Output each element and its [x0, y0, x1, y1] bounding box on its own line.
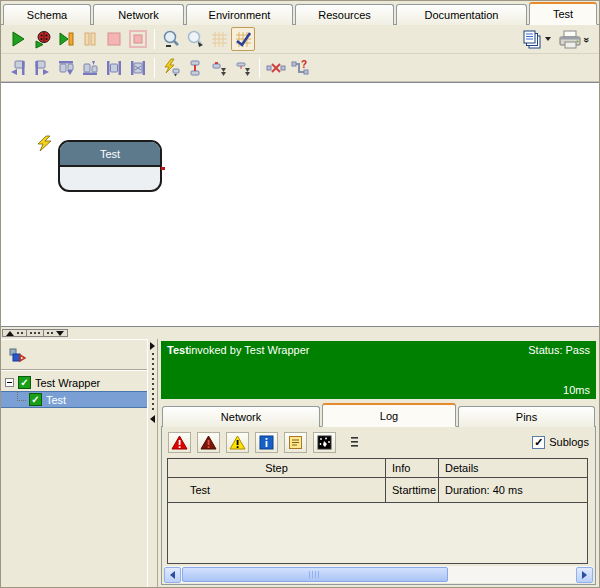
test-node-label: Test [100, 148, 120, 160]
debug-icon [33, 30, 52, 49]
warning-filter-button[interactable] [226, 432, 249, 453]
tree-connector [17, 392, 26, 401]
tab-schema[interactable]: Schema [3, 4, 91, 25]
horizontal-scrollbar[interactable] [164, 566, 593, 583]
collapse-expander-icon[interactable] [5, 378, 14, 387]
copies-button[interactable] [519, 27, 553, 51]
tab-documentation-label: Documentation [425, 9, 499, 21]
center-vertical-button[interactable] [126, 56, 150, 80]
tab-network-label: Network [118, 9, 158, 21]
log-panel: Sublogs Step Info Details Test [161, 427, 596, 585]
disconnect-button[interactable] [264, 56, 288, 80]
status-invoked-text: invoked by Test Wrapper [189, 344, 310, 356]
scrollbar-thumb[interactable] [182, 567, 448, 582]
align-top-button[interactable] [54, 56, 78, 80]
align-right-button[interactable] [30, 56, 54, 80]
sublogs-checkbox[interactable] [532, 436, 545, 449]
toolbar-separator [154, 29, 155, 49]
grid-icon [211, 31, 228, 48]
log-filter-toolbar: Sublogs [162, 427, 595, 457]
align-bottom-button[interactable] [78, 56, 102, 80]
grip-dots [30, 332, 40, 334]
test-node-header: Test [60, 142, 160, 167]
status-banner-row: Test invoked by Test Wrapper Status: Pas… [167, 344, 590, 356]
tree-item-test[interactable]: Test [1, 391, 147, 408]
grip-divider [26, 330, 27, 336]
horizontal-splitter-handle[interactable] [2, 329, 68, 337]
run-button[interactable] [6, 27, 30, 51]
test-node[interactable]: Test [58, 140, 162, 192]
zoom-out-button[interactable] [159, 27, 183, 51]
schema-canvas[interactable]: Test [1, 82, 599, 327]
snap-grid-button[interactable] [231, 27, 255, 51]
tab-network[interactable]: Network [93, 4, 184, 25]
log-table-row[interactable]: Test Starttime Duration: 40 ms [168, 478, 588, 503]
info-filter-button[interactable] [255, 432, 278, 453]
pause-icon [81, 30, 99, 48]
step-button[interactable] [54, 27, 78, 51]
align-left-button[interactable] [6, 56, 30, 80]
scroll-right-button[interactable] [576, 567, 593, 583]
warning-icon [229, 435, 246, 450]
center-horizontal-button[interactable] [102, 56, 126, 80]
auto-layout-icon [162, 58, 181, 77]
log-empty-area [167, 503, 588, 564]
debug-console-filter-button[interactable] [313, 432, 336, 453]
pause-button[interactable] [78, 27, 102, 51]
error-filter-button[interactable] [197, 432, 220, 453]
log-note-filter-button[interactable] [284, 432, 307, 453]
grid-button[interactable] [207, 27, 231, 51]
tab-test-label: Test [553, 8, 573, 20]
top-tab-bar: Schema Network Environment Resources Doc… [1, 1, 599, 25]
info-icon [259, 435, 274, 450]
stop-frame-button[interactable] [126, 27, 150, 51]
tab-schema-label: Schema [27, 9, 67, 21]
log-note-icon [288, 435, 303, 450]
main-toolbar: » [1, 25, 599, 54]
print-icon [558, 29, 582, 50]
reroute-icon: ? [291, 59, 310, 77]
tab-documentation[interactable]: Documentation [396, 4, 527, 25]
debug-button[interactable] [30, 27, 54, 51]
app-window: Schema Network Environment Resources Doc… [0, 0, 600, 588]
all-levels-icon [348, 435, 360, 449]
print-dropdown-chevron: » [581, 37, 592, 42]
pass-checkbox-icon[interactable] [18, 376, 31, 389]
connect-up-button[interactable] [207, 56, 231, 80]
fatal-filter-button[interactable] [168, 432, 191, 453]
error-icon [200, 435, 217, 450]
distribute-button[interactable] [183, 56, 207, 80]
collapse-left-icon [150, 415, 155, 423]
add-instance-icon [8, 347, 26, 363]
distribute-icon [187, 59, 203, 77]
all-levels-button[interactable] [342, 432, 365, 453]
add-instance-button[interactable] [5, 343, 29, 367]
sublogs-toggle[interactable]: Sublogs [532, 436, 589, 449]
reroute-button[interactable]: ? [288, 56, 312, 80]
tab-network-log[interactable]: Network [162, 406, 320, 427]
auto-layout-button[interactable] [159, 56, 183, 80]
vertical-splitter-handle[interactable] [147, 339, 158, 587]
scroll-left-button[interactable] [164, 567, 181, 583]
tab-log[interactable]: Log [322, 403, 456, 427]
connect-down-button[interactable] [231, 56, 255, 80]
tab-resources[interactable]: Resources [295, 4, 394, 25]
align-left-icon [9, 59, 27, 77]
tab-test[interactable]: Test [529, 2, 597, 25]
column-header-details[interactable]: Details [439, 459, 588, 478]
tree-item-label: Test [46, 394, 66, 406]
print-button[interactable]: » [553, 27, 593, 51]
scrollbar-grip [309, 571, 320, 578]
copies-dropdown-arrow [545, 37, 551, 41]
pass-checkbox-icon[interactable] [29, 393, 42, 406]
column-header-info[interactable]: Info [386, 459, 439, 478]
tab-environment[interactable]: Environment [186, 4, 293, 25]
tab-pins[interactable]: Pins [458, 406, 595, 427]
stop-button[interactable] [102, 27, 126, 51]
tree-item-test-wrapper[interactable]: Test Wrapper [1, 374, 147, 391]
column-header-step[interactable]: Step [168, 459, 386, 478]
align-right-icon [33, 59, 51, 77]
connect-down-icon [235, 59, 252, 77]
toolbar-separator [154, 58, 155, 78]
zoom-pointer-button[interactable] [183, 27, 207, 51]
